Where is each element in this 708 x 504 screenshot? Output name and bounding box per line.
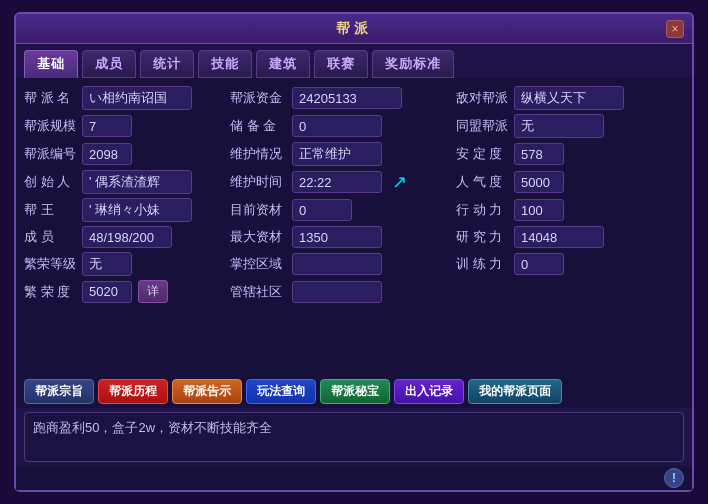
field-row-1: 帮 派 名 い相约南诏国 帮派资金 24205133 敌对帮派 纵横乂天下 [24,86,684,110]
value-guild-king: ' 琳绡々小妹 [82,198,192,222]
btab-my-page[interactable]: 我的帮派页面 [468,379,562,404]
value-maintenance-status: 正常维护 [292,142,382,166]
title-bar: 帮派 × [16,14,692,44]
col3-row5: 行 动 力 100 [456,199,684,221]
label-jurisdiction-community: 管辖社区 [230,283,286,301]
value-prosperity: 5020 [82,281,132,303]
label-guild-scale: 帮派规模 [24,117,76,135]
value-action-power: 100 [514,199,564,221]
value-control-zone [292,253,382,275]
label-founder: 创 始 人 [24,173,76,191]
label-max-materials: 最大资材 [230,228,286,246]
label-guild-king: 帮 王 [24,201,76,219]
notice-text: 跑商盈利50，盒子2w，资材不断技能齐全 [33,419,272,437]
col3-row4: 人 气 度 5000 [456,171,684,193]
value-max-materials: 1350 [292,226,382,248]
value-jurisdiction-community [292,281,382,303]
label-reserve-gold: 储 备 金 [230,117,286,135]
label-research-power: 研 究 力 [456,228,508,246]
field-row-4: 创 始 人 ' 偶系渣渣辉 维护时间 22:22 ↗ 人 气 度 5000 [24,170,684,194]
label-members: 成 员 [24,228,76,246]
label-prosperity-level: 繁荣等级 [24,255,76,273]
btab-history[interactable]: 帮派历程 [98,379,168,404]
content-area: 帮 派 名 い相约南诏国 帮派资金 24205133 敌对帮派 纵横乂天下 帮派… [16,78,692,375]
value-guild-name: い相约南诏国 [82,86,192,110]
col1-row8: 繁 荣 度 5020 详 [24,280,224,303]
notice-footer: ! [16,466,692,490]
col3-row6: 研 究 力 14048 [456,226,684,248]
col1-row4: 创 始 人 ' 偶系渣渣辉 [24,170,224,194]
cursor-arrow-icon: ↗ [392,171,407,193]
value-popularity: 5000 [514,171,564,193]
col2-row4: 维护时间 22:22 ↗ [230,171,450,193]
col1-row5: 帮 王 ' 琳绡々小妹 [24,198,224,222]
value-guild-number: 2098 [82,143,132,165]
field-row-3: 帮派编号 2098 维护情况 正常维护 安 定 度 578 [24,142,684,166]
label-prosperity: 繁 荣 度 [24,283,76,301]
label-popularity: 人 气 度 [456,173,508,191]
col1-row7: 繁荣等级 无 [24,252,224,276]
col3-row2: 同盟帮派 无 [456,114,684,138]
value-maintenance-time: 22:22 [292,171,382,193]
detail-button[interactable]: 详 [138,280,168,303]
value-guild-funds: 24205133 [292,87,402,109]
window-title: 帮派 [336,20,372,38]
label-training-power: 训 练 力 [456,255,508,273]
label-current-materials: 目前资材 [230,201,286,219]
field-row-8: 繁 荣 度 5020 详 管辖社区 [24,280,684,303]
field-row-5: 帮 王 ' 琳绡々小妹 目前资材 0 行 动 力 100 [24,198,684,222]
col3-row7: 训 练 力 0 [456,253,684,275]
tab-stats[interactable]: 统计 [140,50,194,78]
tab-basics[interactable]: 基础 [24,50,78,78]
col2-row2: 储 备 金 0 [230,115,450,137]
notice-area: 跑商盈利50，盒子2w，资材不断技能齐全 [24,412,684,462]
col1-row1: 帮 派 名 い相约南诏国 [24,86,224,110]
btab-gameplay[interactable]: 玩法查询 [246,379,316,404]
close-button[interactable]: × [666,20,684,38]
col3-row3: 安 定 度 578 [456,143,684,165]
btab-notice[interactable]: 帮派告示 [172,379,242,404]
col2-row3: 维护情况 正常维护 [230,142,450,166]
col1-row2: 帮派规模 7 [24,115,224,137]
info-icon[interactable]: ! [664,468,684,488]
value-ally-guild: 无 [514,114,604,138]
label-stability: 安 定 度 [456,145,508,163]
value-founder: ' 偶系渣渣辉 [82,170,192,194]
col2-row1: 帮派资金 24205133 [230,87,450,109]
col2-row8: 管辖社区 [230,281,450,303]
field-row-6: 成 员 48/198/200 最大资材 1350 研 究 力 14048 [24,226,684,248]
label-guild-number: 帮派编号 [24,145,76,163]
btab-treasure[interactable]: 帮派秘宝 [320,379,390,404]
col3-row1: 敌对帮派 纵横乂天下 [456,86,684,110]
field-row-2: 帮派规模 7 储 备 金 0 同盟帮派 无 [24,114,684,138]
label-maintenance-status: 维护情况 [230,145,286,163]
value-research-power: 14048 [514,226,604,248]
btab-records[interactable]: 出入记录 [394,379,464,404]
value-stability: 578 [514,143,564,165]
tab-buildings[interactable]: 建筑 [256,50,310,78]
value-reserve-gold: 0 [292,115,382,137]
label-maintenance-time: 维护时间 [230,173,286,191]
field-row-7: 繁荣等级 无 掌控区域 训 练 力 0 [24,252,684,276]
label-action-power: 行 动 力 [456,201,508,219]
tab-league[interactable]: 联赛 [314,50,368,78]
main-window: 帮派 × 基础 成员 统计 技能 建筑 联赛 奖励标准 帮 派 名 い相约南诏国… [14,12,694,492]
tab-rewards[interactable]: 奖励标准 [372,50,454,78]
label-guild-name: 帮 派 名 [24,89,76,107]
btab-motto[interactable]: 帮派宗旨 [24,379,94,404]
col1-row6: 成 员 48/198/200 [24,226,224,248]
value-members: 48/198/200 [82,226,172,248]
col2-row5: 目前资材 0 [230,199,450,221]
tab-skills[interactable]: 技能 [198,50,252,78]
col1-row3: 帮派编号 2098 [24,143,224,165]
label-enemy-guild: 敌对帮派 [456,89,508,107]
value-current-materials: 0 [292,199,352,221]
tab-bar: 基础 成员 统计 技能 建筑 联赛 奖励标准 [16,44,692,78]
action-tabs: 帮派宗旨 帮派历程 帮派告示 玩法查询 帮派秘宝 出入记录 我的帮派页面 [16,375,692,408]
col2-row6: 最大资材 1350 [230,226,450,248]
tab-members[interactable]: 成员 [82,50,136,78]
value-enemy-guild: 纵横乂天下 [514,86,624,110]
value-training-power: 0 [514,253,564,275]
value-guild-scale: 7 [82,115,132,137]
col2-row7: 掌控区域 [230,253,450,275]
